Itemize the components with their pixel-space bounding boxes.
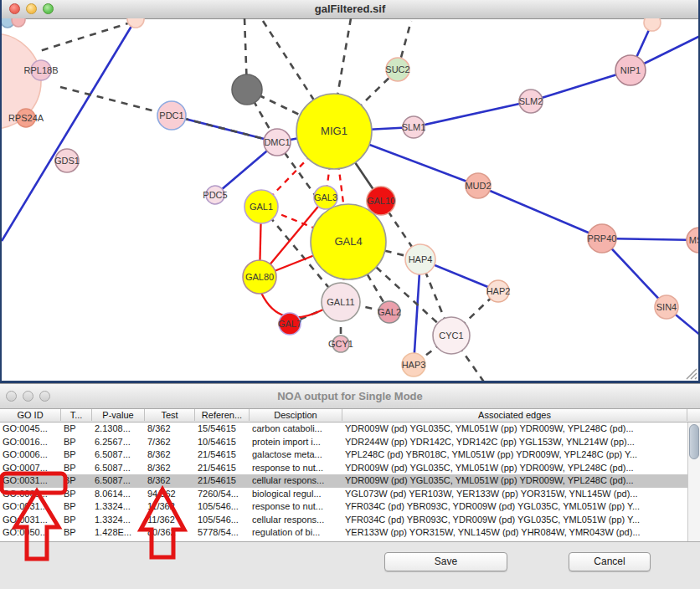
node-HAP3[interactable]: HAP3	[402, 353, 426, 376]
node-HAP4[interactable]: HAP4	[405, 244, 435, 274]
cell[interactable]: BP	[61, 500, 92, 514]
cell[interactable]: 11/362	[145, 514, 195, 527]
table-row[interactable]: GO:0050...BP1.428E...80/3625778/54...reg…	[0, 526, 700, 540]
cell[interactable]: 6.5087...	[92, 474, 145, 488]
cell[interactable]: BP	[61, 423, 92, 436]
node-MSN[interactable]: MSN	[687, 228, 698, 253]
column-header-go-id[interactable]: GO ID	[0, 409, 61, 421]
node-HAP2[interactable]: HAP2	[486, 280, 511, 302]
cell[interactable]: GO:0016...	[0, 436, 61, 449]
vertical-scrollbar[interactable]	[687, 423, 700, 541]
cancel-button[interactable]: Cancel	[569, 552, 651, 571]
table-row[interactable]: GO:0045...BP2.1308...8/36215/54615carbon…	[0, 423, 700, 436]
cell[interactable]: BP	[61, 514, 92, 527]
node-GAL1[interactable]: GAL1	[244, 190, 278, 223]
cell[interactable]: 8/362	[145, 423, 195, 436]
cell[interactable]: YDR009W (pd) YGL035C, YML051W (pp) YDR00…	[342, 474, 687, 488]
table-row[interactable]: GO:0006...BP6.5087...8/36221/54615galact…	[0, 448, 700, 462]
cell[interactable]: GO:0045...	[0, 423, 61, 436]
cell[interactable]: 7260/54...	[195, 488, 250, 501]
node-GCY1[interactable]: GCY1	[328, 335, 353, 352]
cell[interactable]: 80/362	[145, 526, 195, 540]
node-PRP40[interactable]: PRP40	[588, 224, 617, 253]
column-header-desciption[interactable]: Desciption	[250, 409, 342, 421]
node-PDC1[interactable]: PDC1	[157, 101, 186, 130]
table-row[interactable]: GO:0007...BP6.5087...8/36221/54615respon…	[0, 462, 700, 475]
cell[interactable]: 15/54615	[195, 423, 250, 436]
cell[interactable]: 1.428E...	[92, 526, 145, 540]
node-GAL10[interactable]: GAL10	[367, 187, 395, 215]
table-row[interactable]: GO:0031...BP1.3324...11/362105/546...cel…	[0, 514, 700, 527]
cell[interactable]: GO:0050...	[0, 526, 61, 540]
cell[interactable]: 1.3324...	[92, 500, 145, 514]
cell[interactable]: GO:0031...	[0, 474, 61, 488]
resize-grip-icon[interactable]	[687, 369, 697, 379]
cell[interactable]: GO:0007...	[0, 462, 61, 475]
node-SLM2[interactable]: SLM2	[519, 90, 543, 113]
cell[interactable]: biological regul...	[250, 488, 342, 501]
cell[interactable]: 6.5087...	[92, 462, 145, 475]
cell[interactable]: 6.5087...	[92, 448, 145, 462]
table-row[interactable]: GO:0031...BP6.5087...8/36221/54615cellul…	[0, 474, 700, 488]
cell[interactable]: 8.0614...	[92, 488, 145, 501]
cell[interactable]: YPL248C (pd) YBR018C, YML051W (pp) YDR00…	[342, 448, 687, 462]
column-header-t-[interactable]: T...	[61, 409, 92, 421]
cell[interactable]: 105/546...	[195, 514, 250, 527]
minimize-icon[interactable]	[26, 3, 37, 14]
node-SUC2[interactable]: SUC2	[385, 58, 409, 81]
cell[interactable]: 21/54615	[195, 448, 250, 462]
node-GAL3[interactable]: GAL3	[314, 186, 337, 209]
node-MUD2[interactable]: MUD2	[465, 173, 491, 198]
node-cornerpink[interactable]	[12, 18, 25, 27]
zoom-icon[interactable]	[43, 3, 54, 14]
cell[interactable]: 21/54615	[195, 474, 250, 488]
close-icon[interactable]	[6, 391, 17, 402]
cell[interactable]: YDR009W (pd) YGL035C, YML051W (pp) YDR00…	[342, 462, 687, 475]
edge-blue[interactable]	[414, 101, 531, 127]
cell[interactable]: galactose meta...	[250, 448, 342, 462]
column-header-test[interactable]: Test	[145, 409, 195, 421]
network-canvas[interactable]: RPL18BRPS24AGDS1PDC1MIG1SUC2SLM1SLM2NIP1…	[2, 18, 698, 381]
node-DMC1[interactable]: DMC1	[264, 129, 291, 156]
edge-dashed[interactable]	[337, 18, 351, 100]
node-GAL2[interactable]: GAL2	[378, 301, 401, 323]
cell[interactable]: GO:0006...	[0, 448, 61, 462]
cell[interactable]: 1.3324...	[92, 514, 145, 527]
cell[interactable]: response to nut...	[250, 500, 342, 514]
cell[interactable]: 105/546...	[195, 500, 250, 514]
node-NIP1[interactable]: NIP1	[615, 55, 646, 85]
cell[interactable]: carbon cataboli...	[250, 423, 342, 436]
node-peachtop[interactable]	[127, 18, 144, 28]
node-GAL4[interactable]: GAL4	[311, 204, 386, 279]
cell[interactable]: YFR034C (pd) YBR093C, YDR009W (pd) YGL03…	[342, 514, 687, 527]
zoom-icon[interactable]	[39, 391, 50, 402]
node-GDS1[interactable]: GDS1	[54, 149, 80, 172]
cell[interactable]: protein import i...	[250, 436, 342, 449]
column-header-p-value[interactable]: P-value	[92, 409, 145, 421]
cell[interactable]: 94/362	[145, 488, 195, 501]
node-GAL11[interactable]: GAL11	[322, 283, 360, 321]
table-row[interactable]: GO:0016...BP6.2567...7/36210/54615protei…	[0, 436, 700, 449]
cell[interactable]: YFR034C (pd) YBR093C, YDR009W (pd) YGL03…	[342, 500, 687, 514]
cell[interactable]: GO:0031...	[0, 514, 61, 527]
cell[interactable]: BP	[61, 436, 92, 449]
column-header-referen-[interactable]: Referen...	[195, 409, 250, 421]
cell[interactable]: response to nut...	[250, 462, 342, 475]
cell[interactable]: GO:0065...	[0, 488, 61, 501]
column-header-associated-edges[interactable]: Associated edges	[342, 409, 687, 421]
cell[interactable]: cellular respons...	[250, 514, 342, 527]
cell[interactable]: 8/362	[145, 448, 195, 462]
cell[interactable]: BP	[61, 488, 92, 501]
cell[interactable]: BP	[61, 448, 92, 462]
cell[interactable]: BP	[61, 462, 92, 475]
cell[interactable]: YGL073W (pd) YER103W, YER133W (pp) YOR31…	[342, 488, 687, 501]
cell[interactable]: YDR009W (pd) YGL035C, YML051W (pp) YDR00…	[342, 423, 687, 436]
node-MIG1[interactable]: MIG1	[296, 94, 372, 169]
scrollbar-thumb[interactable]	[689, 424, 699, 459]
node-GAL7[interactable]: GAL7	[278, 313, 301, 335]
cell[interactable]: 21/54615	[195, 462, 250, 475]
cell[interactable]: 5778/54...	[195, 526, 250, 540]
network-titlebar[interactable]: galFiltered.sif	[2, 0, 698, 19]
cell[interactable]: 2.1308...	[92, 423, 145, 436]
cell[interactable]: 8/362	[145, 462, 195, 475]
